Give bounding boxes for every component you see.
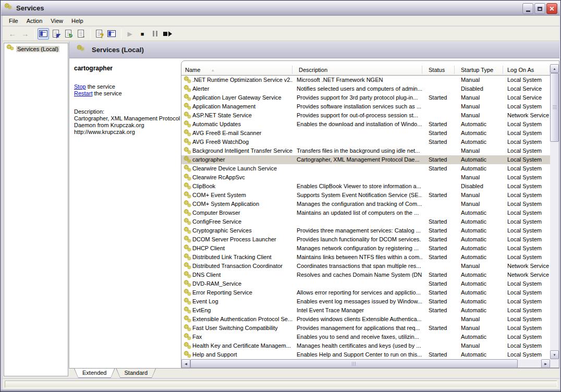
export-list-button[interactable]: → xyxy=(75,28,87,40)
service-row[interactable]: Computer BrowserMaintains an updated lis… xyxy=(181,209,550,217)
service-row[interactable]: AVG Free8 WatchDogStartedAutomaticLocal … xyxy=(181,138,550,146)
close-button[interactable]: ✕ xyxy=(546,3,557,14)
service-row[interactable]: COM+ Event SystemSupports System Event N… xyxy=(181,191,550,200)
horizontal-scrollbar[interactable]: ◀ ▶ xyxy=(181,359,550,368)
stop-service-link[interactable]: Stop xyxy=(74,83,86,90)
service-row[interactable]: Health Key and Certificate Managem...Man… xyxy=(181,341,550,350)
service-row[interactable]: Distributed Link Tracking ClientMaintain… xyxy=(181,253,550,262)
tab-standard[interactable]: Standard xyxy=(116,369,156,378)
service-row[interactable]: Application Layer Gateway ServiceProvide… xyxy=(181,93,550,102)
stop-service-button[interactable]: ■ xyxy=(137,28,148,40)
service-row[interactable]: Distributed Transaction CoordinatorCoord… xyxy=(181,262,550,271)
service-log-on-as-cell: Local System xyxy=(503,288,550,297)
minimize-button[interactable] xyxy=(522,3,533,14)
service-row[interactable]: DNS ClientResolves and caches Domain Nam… xyxy=(181,271,550,279)
service-name: Computer Browser xyxy=(192,209,240,217)
service-list-header: Name ▲ Description Status Startup Type L… xyxy=(181,64,550,76)
service-description-cell: Enables Help and Support Center to run o… xyxy=(292,350,422,359)
pause-service-button[interactable] xyxy=(149,28,161,40)
scroll-left-button[interactable]: ◀ xyxy=(181,359,190,368)
service-row[interactable]: Extensible Authentication Protocol Se...… xyxy=(181,315,550,324)
service-row[interactable]: EvtEngIntel Event Trace ManagerStartedAu… xyxy=(181,306,550,315)
service-row[interactable]: DVD-RAM_ServiceStartedAutomaticLocal Sys… xyxy=(181,279,550,288)
service-row[interactable]: Automatic UpdatesEnables the download an… xyxy=(181,120,550,129)
service-row[interactable]: AVG Free8 E-mail ScannerStartedAutomatic… xyxy=(181,129,550,138)
help-button[interactable]: ? xyxy=(93,28,105,40)
column-header-name[interactable]: Name ▲ xyxy=(181,66,292,74)
service-status-cell: Started xyxy=(422,279,455,288)
vertical-scrollbar[interactable]: ▲ ▼ xyxy=(550,64,559,359)
service-gears-icon xyxy=(184,174,192,181)
menu-view[interactable]: View xyxy=(46,17,67,25)
service-startup-type-cell: Manual xyxy=(455,76,503,84)
service-row[interactable]: Application ManagementProvides software … xyxy=(181,102,550,111)
column-header-log-on-as[interactable]: Log On As xyxy=(503,66,550,74)
restart-service-button[interactable] xyxy=(162,28,173,40)
service-description-cell: Cartographer, XML Management Protocol Da… xyxy=(292,155,422,164)
show-hide-console-tree-button[interactable] xyxy=(38,28,49,40)
service-startup-type-cell: Manual xyxy=(455,324,503,333)
scroll-down-button[interactable]: ▼ xyxy=(550,350,559,359)
service-log-on-as-cell: Local System xyxy=(503,279,550,288)
tree-item-services-local[interactable]: Services (Local) xyxy=(5,45,67,53)
show-hide-action-pane-button[interactable] xyxy=(106,28,117,40)
service-row[interactable]: Event LogEnables event log messages issu… xyxy=(181,297,550,306)
service-description-cell: Enables event log messages issued by Win… xyxy=(292,297,422,306)
service-row[interactable]: Background Intelligent Transfer ServiceT… xyxy=(181,146,550,155)
start-service-button[interactable]: ▶ xyxy=(124,28,136,40)
service-row[interactable]: Clearwire RcAppSvcManualLocal System xyxy=(181,173,550,182)
column-header-status[interactable]: Status xyxy=(422,66,455,74)
service-row[interactable]: Fast User Switching CompatibilityProvide… xyxy=(181,324,550,333)
service-row[interactable]: ClipBookEnables ClipBook Viewer to store… xyxy=(181,182,550,191)
service-row[interactable]: FaxEnables you to send and receive faxes… xyxy=(181,333,550,341)
service-description-cell: Coordinates transactions that span multi… xyxy=(292,262,422,271)
menu-file[interactable]: File xyxy=(5,17,22,25)
refresh-icon: ↻ xyxy=(65,30,71,38)
scroll-up-button[interactable]: ▲ xyxy=(550,64,559,73)
service-startup-type-cell: Automatic xyxy=(455,244,503,253)
service-log-on-as-cell: Local System xyxy=(503,146,550,155)
scroll-right-button[interactable]: ▶ xyxy=(541,359,550,368)
service-status-cell xyxy=(422,209,455,217)
service-row[interactable]: Error Reporting ServiceAllows error repo… xyxy=(181,288,550,297)
service-name: cartographer xyxy=(192,155,225,164)
service-row[interactable]: AlerterNotifies selected users and compu… xyxy=(181,84,550,93)
service-row[interactable]: cartographerCartographer, XML Management… xyxy=(181,155,550,164)
service-row[interactable]: Cryptographic ServicesProvides three man… xyxy=(181,226,550,235)
service-row[interactable]: Clearwire Device Launch ServiceStartedAu… xyxy=(181,164,550,173)
service-status-cell: Started xyxy=(422,129,455,138)
restart-service-link[interactable]: Restart xyxy=(74,90,92,96)
service-status-cell xyxy=(422,76,455,84)
service-row[interactable]: ASP.NET State ServiceProvides support fo… xyxy=(181,111,550,120)
column-header-startup-type[interactable]: Startup Type xyxy=(455,66,503,74)
maximize-button[interactable] xyxy=(534,3,545,14)
service-log-on-as-cell: Local System xyxy=(503,200,550,209)
service-gears-icon xyxy=(184,342,192,350)
service-description-cell: Notifies selected users and computers of… xyxy=(292,84,422,93)
description-line: Cartographer, XML Management Protocol xyxy=(74,115,180,122)
service-row[interactable]: ConfigFree ServiceStartedAutomaticLocal … xyxy=(181,217,550,226)
title-bar[interactable]: Services ✕ xyxy=(1,1,560,16)
column-header-description[interactable]: Description xyxy=(292,66,422,74)
properties-button[interactable]: ◤ xyxy=(50,28,62,40)
service-log-on-as-cell: Local System xyxy=(503,297,550,306)
menu-help[interactable]: Help xyxy=(67,17,88,25)
service-row[interactable]: .NET Runtime Optimization Service v2...M… xyxy=(181,76,550,84)
service-gears-icon xyxy=(184,236,192,243)
service-row[interactable]: Help and SupportEnables Help and Support… xyxy=(181,350,550,359)
refresh-button[interactable]: ↻ xyxy=(63,28,74,40)
back-button[interactable]: ← xyxy=(7,28,18,40)
service-row[interactable]: DHCP ClientManages network configuration… xyxy=(181,244,550,253)
service-startup-type-cell: Automatic xyxy=(455,297,503,306)
vertical-scroll-thumb[interactable] xyxy=(550,73,559,142)
service-startup-type-cell: Manual xyxy=(455,93,503,102)
horizontal-scroll-thumb[interactable] xyxy=(190,359,518,368)
forward-button[interactable]: → xyxy=(19,28,31,40)
service-row[interactable]: COM+ System ApplicationManages the confi… xyxy=(181,200,550,209)
menu-action[interactable]: Action xyxy=(22,17,47,25)
service-row[interactable]: DCOM Server Process LauncherProvides lau… xyxy=(181,235,550,244)
service-log-on-as-cell: Local System xyxy=(503,182,550,191)
service-list: Name ▲ Description Status Startup Type L… xyxy=(181,60,559,368)
tab-extended[interactable]: Extended xyxy=(74,369,115,378)
pause-icon xyxy=(153,31,157,36)
